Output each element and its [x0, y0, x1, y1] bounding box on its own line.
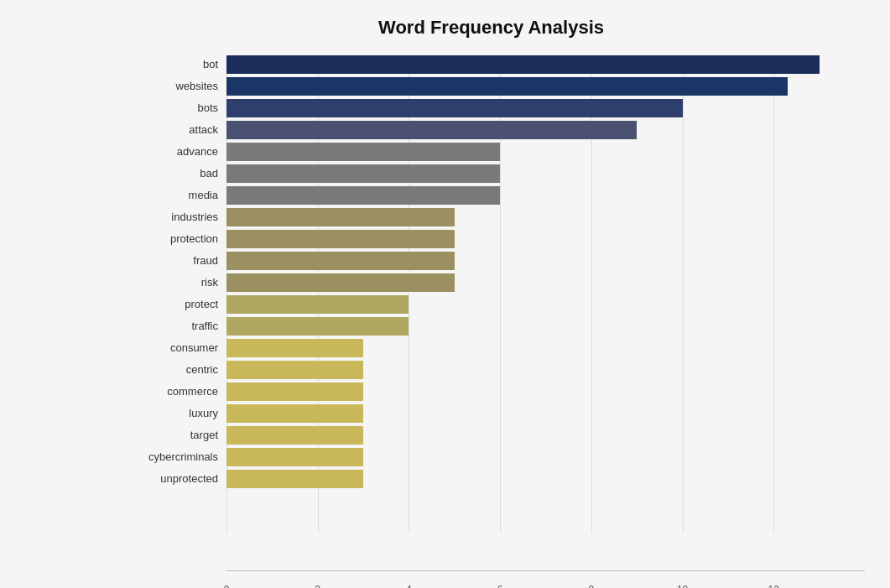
bar	[226, 317, 409, 336]
bar-label: industries	[117, 208, 218, 226]
bar	[226, 273, 455, 292]
bar-label: cybercriminals	[117, 448, 218, 466]
bar-label: bad	[117, 164, 218, 183]
bar	[226, 448, 363, 466]
bar-label: consumer	[117, 339, 218, 357]
bar-row: commerce	[226, 382, 865, 401]
bar	[226, 230, 455, 248]
bar-label: attack	[117, 121, 218, 139]
bar	[226, 404, 363, 423]
chart-title: Word Frequency Analysis	[117, 17, 865, 39]
bar-row: centric	[226, 361, 865, 379]
bar	[226, 77, 788, 96]
bar-row: cybercriminals	[226, 448, 865, 466]
bar	[226, 143, 500, 161]
bar-label: luxury	[117, 404, 218, 423]
bar-row: media	[226, 186, 865, 205]
bar-row: unprotected	[226, 470, 865, 488]
bar-row: websites	[226, 77, 865, 96]
chart-container: Word Frequency Analysis botwebsitesbotsa…	[0, 0, 890, 588]
bar	[226, 186, 500, 205]
bar-row: fraud	[226, 252, 865, 270]
bar	[226, 55, 820, 74]
bar-label: protection	[117, 230, 218, 248]
bar-label: websites	[117, 77, 218, 96]
bar	[226, 121, 637, 139]
bar-label: traffic	[117, 317, 218, 336]
bar-label: bot	[117, 55, 218, 74]
bar	[226, 382, 363, 401]
bar-row: attack	[226, 121, 865, 139]
bar-label: unprotected	[117, 470, 218, 488]
bar-row: protect	[226, 295, 865, 314]
bar	[226, 339, 363, 357]
bar-row: protection	[226, 230, 865, 248]
bar-label: bots	[117, 99, 218, 117]
bar-label: risk	[117, 273, 218, 292]
bar-label: fraud	[117, 252, 218, 270]
bar-label: centric	[117, 361, 218, 379]
bar-label: commerce	[117, 382, 218, 401]
bar	[226, 164, 500, 183]
bar	[226, 99, 683, 117]
bar	[226, 426, 363, 445]
bar	[226, 470, 363, 488]
bar-row: traffic	[226, 317, 865, 336]
bar-row: luxury	[226, 404, 865, 423]
bar-label: protect	[117, 295, 218, 314]
bar-label: target	[117, 426, 218, 445]
bar	[226, 208, 455, 226]
bar-label: advance	[117, 143, 218, 161]
bar-row: industries	[226, 208, 865, 226]
bar-row: bots	[226, 99, 865, 117]
bar	[226, 252, 455, 270]
bar-row: bad	[226, 164, 865, 183]
bar-row: bot	[226, 55, 865, 74]
bar-row: risk	[226, 273, 865, 292]
bar-row: target	[226, 426, 865, 445]
bar	[226, 361, 363, 379]
bar-row: advance	[226, 143, 865, 161]
bar-row: consumer	[226, 339, 865, 357]
bar-label: media	[117, 186, 218, 205]
bar	[226, 295, 409, 314]
